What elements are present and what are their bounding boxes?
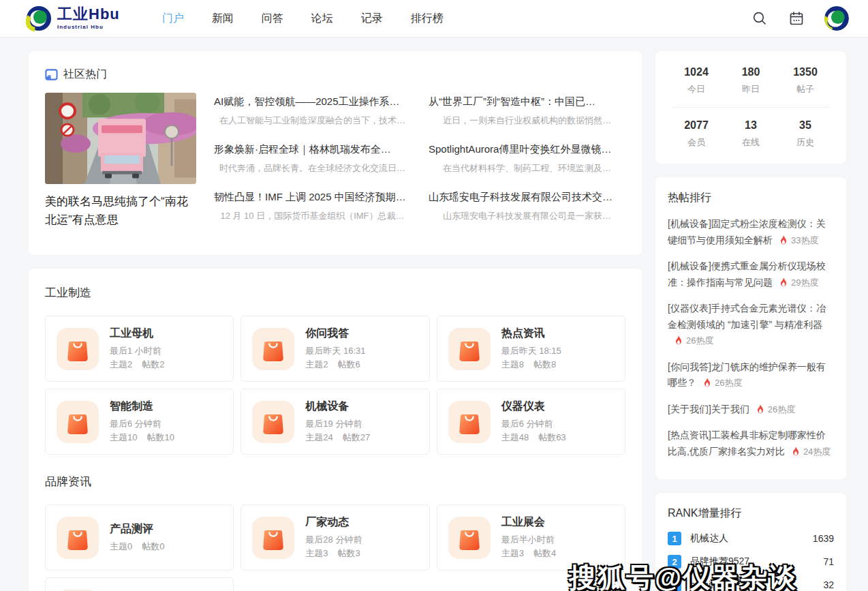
forum-last-post-time: 最后6 分钟前 xyxy=(501,417,566,431)
hot-post-text[interactable]: [关于我们]关于我们 xyxy=(668,404,749,414)
news-title[interactable]: 山东瑶安电子科技发展有限公司技术交… xyxy=(429,191,625,204)
stat-value: 1024 xyxy=(669,66,724,78)
shopping-bag-icon xyxy=(448,401,491,443)
nav-item[interactable]: 排行榜 xyxy=(411,12,444,26)
featured-caption[interactable]: 美的联名马思纯搞了个“南花北运”有点意思 xyxy=(45,192,196,229)
forum-last-post-time: 最后28 分钟前 xyxy=(305,533,362,547)
forum-topic-count: 主题0 xyxy=(110,540,132,554)
stat-block: 180 昨日 xyxy=(724,66,778,95)
nav-item[interactable]: 问答 xyxy=(262,12,283,26)
forum-post-count: 帖数3 xyxy=(338,547,360,560)
forum-name[interactable]: 工业展会 xyxy=(501,515,556,530)
forum-stats: 主题8 帖数8 xyxy=(501,358,561,372)
forum-card[interactable]: 热点资讯 最后昨天 18:15 主题8 帖数8 xyxy=(437,316,625,382)
nav-item[interactable]: 论坛 xyxy=(311,12,333,26)
forum-last-post-time: 最后半小时前 xyxy=(501,533,556,547)
shopping-bag-icon xyxy=(448,328,491,370)
hot-post-item[interactable]: [仪器仪表]手持式合金元素光谱仪：冶金检测领域的 “加速引擎” 与精准利器26热… xyxy=(668,301,834,350)
forum-post-count: 帖数6 xyxy=(338,358,360,372)
top-header: 工业Hbu Industrial Hbu 门户 新闻 问答 论坛 记录 排行榜 xyxy=(0,0,868,37)
stat-block: 1024 今日 xyxy=(669,66,724,95)
hot-post-item[interactable]: [你问我答]龙门铣床的维护保养一般有哪些？26热度 xyxy=(668,359,834,393)
forum-stats: 主题3 帖数3 xyxy=(305,547,362,560)
hot-post-heat: 26热度 xyxy=(686,335,713,346)
forum-name[interactable]: 仪器仪表 xyxy=(501,399,566,414)
forum-name[interactable]: 厂家动态 xyxy=(305,515,362,530)
news-item[interactable]: AI赋能，智控领航——2025工业操作系… 在人工智能与工业制造深度融合的当下，… xyxy=(214,95,411,127)
forum-card[interactable]: 你问我答 最后昨天 16:31 主题2 帖数6 xyxy=(241,316,429,382)
featured-post[interactable]: 美的联名马思纯搞了个“南花北运”有点意思 xyxy=(45,93,196,239)
forum-name[interactable]: 你问我答 xyxy=(305,327,365,341)
shopping-bag-icon xyxy=(57,401,99,443)
news-item[interactable]: 韧性凸显！IMF 上调 2025 中国经济预期… 12 月 10 日，国际货币基… xyxy=(214,191,411,222)
hot-post-item[interactable]: [机械设备]便携式重金属分析仪现场校准：操作指南与常见问题29热度 xyxy=(668,258,834,292)
search-icon[interactable] xyxy=(751,10,769,27)
logo-subtitle: Industrial Hbu xyxy=(57,24,120,30)
divider xyxy=(672,107,830,108)
rank-badge: 1 xyxy=(668,532,681,545)
news-item[interactable]: 山东瑶安电子科技发展有限公司技术交… 山东瑶安电子科技发展有限公司是一家获… xyxy=(429,191,625,222)
hot-post-item[interactable]: [机械设备]固定式粉尘浓度检测仪：关键细节与使用须知全解析33热度 xyxy=(668,216,834,249)
forum-card[interactable]: 仪器仪表 最后6 分钟前 主题48 帖数63 xyxy=(437,389,625,455)
forum-card[interactable]: 品牌工厂 主题0 帖数0 xyxy=(45,577,234,591)
news-item[interactable]: 从“世界工厂”到“智造中枢”：中国已… 近日，一则来自行业权威机构的数据悄然… xyxy=(429,95,625,127)
news-title[interactable]: 从“世界工厂”到“智造中枢”：中国已… xyxy=(429,95,625,108)
hot-post-item[interactable]: [热点资讯]工装检具非标定制哪家性价比高,优质厂家排名实力对比24热度 xyxy=(668,427,834,461)
forum-post-count: 帖数2 xyxy=(142,358,164,372)
rank-score: 32 xyxy=(823,579,834,590)
stat-value: 13 xyxy=(724,119,778,132)
forum-card[interactable]: 工业母机 最后1 小时前 主题2 帖数2 xyxy=(45,316,234,382)
calendar-icon[interactable] xyxy=(788,10,805,27)
forum-topic-count: 主题2 xyxy=(305,358,328,372)
rank-username[interactable]: 机械达人 xyxy=(690,532,813,545)
nav-item[interactable]: 门户 xyxy=(162,12,184,26)
forum-stats: 主题48 帖数63 xyxy=(501,431,566,444)
hot-post-heat: 29热度 xyxy=(791,277,818,288)
forum-card[interactable]: 厂家动态 最后28 分钟前 主题3 帖数3 xyxy=(241,504,429,571)
rank-row[interactable]: 1 机械达人 1639 xyxy=(668,532,834,545)
forum-sections-panel: 工业制造 工业母机 最后1 小时前 xyxy=(29,269,642,591)
nav-item[interactable]: 记录 xyxy=(361,12,383,26)
logo-title: 工业Hbu xyxy=(57,7,120,22)
hot-post-item[interactable]: [关于我们]关于我们26热度 xyxy=(668,401,834,419)
stat-label: 帖子 xyxy=(778,83,833,95)
forum-name[interactable]: 机械设备 xyxy=(305,399,370,414)
site-logo[interactable]: 工业Hbu Industrial Hbu xyxy=(26,5,120,31)
user-avatar[interactable] xyxy=(824,6,849,31)
forum-name[interactable]: 智能制造 xyxy=(110,399,174,414)
forum-name[interactable]: 产品测评 xyxy=(110,522,164,536)
news-title[interactable]: 形象焕新·启程全球｜格林凯瑞发布全… xyxy=(214,143,411,156)
featured-image[interactable] xyxy=(45,93,196,184)
hot-post-text[interactable]: [热点资讯]工装检具非标定制哪家性价比高,优质厂家排名实力对比 xyxy=(668,429,826,457)
shopping-bag-icon xyxy=(252,401,294,443)
stat-label: 今日 xyxy=(669,83,724,95)
forum-stats: 主题10 帖数10 xyxy=(110,431,174,444)
news-item[interactable]: SpotlightAurora傅里叶变换红外显微镜… 在当代材料科学、制药工程、… xyxy=(429,143,625,175)
forum-topic-count: 主题10 xyxy=(110,431,137,444)
forum-name[interactable]: 工业母机 xyxy=(110,327,164,341)
news-summary: 山东瑶安电子科技发展有限公司是一家获… xyxy=(429,210,625,222)
news-title[interactable]: SpotlightAurora傅里叶变换红外显微镜… xyxy=(429,143,625,156)
nav-item[interactable]: 新闻 xyxy=(212,12,234,26)
forum-topic-count: 主题8 xyxy=(501,358,524,372)
main-nav: 门户 新闻 问答 论坛 记录 排行榜 xyxy=(162,12,444,26)
forum-card[interactable]: 智能制造 最后6 分钟前 主题10 帖数10 xyxy=(45,389,234,455)
stat-label: 历史 xyxy=(778,136,833,149)
forum-post-count: 帖数4 xyxy=(533,547,556,560)
stat-value: 1350 xyxy=(778,66,833,78)
flame-icon xyxy=(779,234,788,250)
stat-value: 180 xyxy=(724,66,778,78)
rank-score: 71 xyxy=(823,556,834,567)
flame-icon xyxy=(756,403,764,419)
forum-card[interactable]: 机械设备 最后19 分钟前 主题24 帖数27 xyxy=(241,389,429,455)
forum-name[interactable]: 热点资讯 xyxy=(501,327,561,341)
news-title[interactable]: AI赋能，智控领航——2025工业操作系… xyxy=(214,95,411,108)
hot-post-heat: 33热度 xyxy=(791,235,818,245)
hot-post-text[interactable]: [你问我答]龙门铣床的维护保养一般有哪些？ xyxy=(668,361,826,389)
hot-post-text[interactable]: [仪器仪表]手持式合金元素光谱仪：冶金检测领域的 “加速引擎” 与精准利器 xyxy=(668,303,826,330)
stat-block: 2077 会员 xyxy=(669,119,724,149)
news-column-2: 从“世界工厂”到“智造中枢”：中国已… 近日，一则来自行业权威机构的数据悄然… … xyxy=(429,93,625,239)
forum-card[interactable]: 产品测评 主题0 帖数0 xyxy=(45,504,234,571)
news-title[interactable]: 韧性凸显！IMF 上调 2025 中国经济预期… xyxy=(214,191,411,204)
news-item[interactable]: 形象焕新·启程全球｜格林凯瑞发布全… 时代奔涌，品牌长青。在全球经济文化交流日… xyxy=(214,143,411,175)
